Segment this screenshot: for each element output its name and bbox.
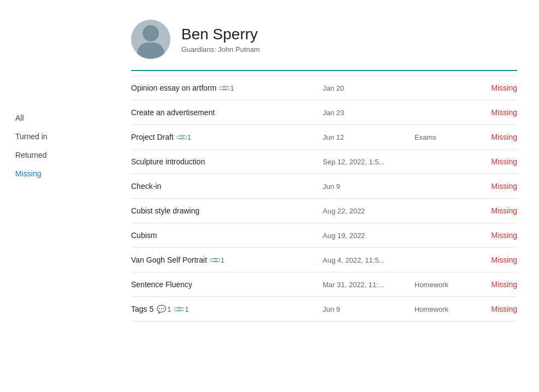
sidebar-item-missing[interactable]: Missing <box>9 165 85 182</box>
assignment-date: Jun 12 <box>323 133 410 141</box>
attachment-badge: 📎 1 <box>177 133 191 141</box>
attachment-icon: 📎 <box>209 253 221 266</box>
table-row[interactable]: Check-inJun 9Missing <box>131 174 517 199</box>
assignment-name: Cubist style drawing <box>131 206 318 215</box>
comment-icon: 💬 <box>157 305 166 313</box>
student-header: Ben Sperry Guardians: John Putnam <box>131 11 517 70</box>
divider <box>131 70 517 71</box>
assignment-date: Aug 4, 2022, 11:5... <box>323 256 410 264</box>
table-row[interactable]: Van Gogh Self Portrait📎 1Aug 4, 2022, 11… <box>131 248 517 272</box>
assignment-status: Missing <box>473 305 517 313</box>
assignment-status: Missing <box>473 256 517 264</box>
assignment-name: Tags 5💬 1📎 1 <box>131 305 318 313</box>
attachment-icon: 📎 <box>173 302 185 315</box>
assignment-status: Missing <box>473 84 517 92</box>
attachment-icon: 📎 <box>218 81 230 94</box>
main-content: Ben Sperry Guardians: John Putnam Opinio… <box>109 0 539 392</box>
student-name: Ben Sperry <box>181 25 260 44</box>
assignment-category: Homework <box>414 305 469 313</box>
app-container: All Turned in Returned Missing Ben Sperr… <box>0 0 539 392</box>
assignment-status: Missing <box>473 133 517 141</box>
sidebar-item-returned[interactable]: Returned <box>9 146 85 164</box>
assignment-date: Mar 31, 2022, 11:... <box>323 281 410 289</box>
attachment-badge: 📎 1 <box>220 84 234 92</box>
assignments-list: Opinion essay on artform📎 1Jan 20Missing… <box>131 75 517 322</box>
assignment-status: Missing <box>473 108 517 117</box>
table-row[interactable]: CubismAug 19, 2022Missing <box>131 223 517 248</box>
assignment-date: Jun 9 <box>323 305 410 313</box>
comment-badge: 💬 1 <box>157 305 171 313</box>
assignment-date: Jan 23 <box>323 109 410 117</box>
assignment-name: Opinion essay on artform📎 1 <box>131 84 318 92</box>
sidebar-item-turned-in[interactable]: Turned in <box>9 128 85 145</box>
assignment-status: Missing <box>473 182 517 191</box>
student-guardians: Guardians: John Putnam <box>181 45 260 54</box>
assignment-name: Cubism <box>131 231 318 240</box>
attachment-badge: 📎 1 <box>210 256 224 264</box>
assignment-category: Homework <box>414 281 469 289</box>
avatar <box>131 20 170 59</box>
assignment-date: Jun 9 <box>323 182 410 191</box>
table-row[interactable]: Cubist style drawingAug 22, 2022Missing <box>131 199 517 223</box>
table-row[interactable]: Project Draft📎 1Jun 12ExamsMissing <box>131 125 517 150</box>
table-row[interactable]: Sentence FluencyMar 31, 2022, 11:...Home… <box>131 272 517 297</box>
assignment-status: Missing <box>473 206 517 215</box>
assignment-name: Van Gogh Self Portrait📎 1 <box>131 256 318 264</box>
table-row[interactable]: Opinion essay on artform📎 1Jan 20Missing <box>131 75 517 100</box>
assignment-date: Sep 12, 2022, 1:5... <box>323 158 410 166</box>
assignment-status: Missing <box>473 231 517 240</box>
assignment-name: Sculpture introduction <box>131 157 318 166</box>
assignment-status: Missing <box>473 280 517 289</box>
assignment-name: Create an advertisement <box>131 108 318 117</box>
assignment-status: Missing <box>473 157 517 166</box>
assignment-date: Aug 19, 2022 <box>323 231 410 240</box>
sidebar: All Turned in Returned Missing <box>0 0 109 392</box>
assignment-date: Jan 20 <box>323 84 410 92</box>
attachment-badge: 📎 1 <box>174 305 188 313</box>
student-info: Ben Sperry Guardians: John Putnam <box>181 25 260 54</box>
table-row[interactable]: Sculpture introductionSep 12, 2022, 1:5.… <box>131 150 517 174</box>
attachment-icon: 📎 <box>175 130 188 143</box>
assignment-name: Sentence Fluency <box>131 280 318 289</box>
sidebar-item-all[interactable]: All <box>9 109 85 127</box>
table-row[interactable]: Tags 5💬 1📎 1Jun 9HomeworkMissing <box>131 297 517 322</box>
assignment-name: Check-in <box>131 182 318 191</box>
assignment-category: Exams <box>414 133 469 141</box>
table-row[interactable]: Create an advertisementJan 23Missing <box>131 100 517 125</box>
assignment-date: Aug 22, 2022 <box>323 207 410 215</box>
assignment-name: Project Draft📎 1 <box>131 133 318 141</box>
